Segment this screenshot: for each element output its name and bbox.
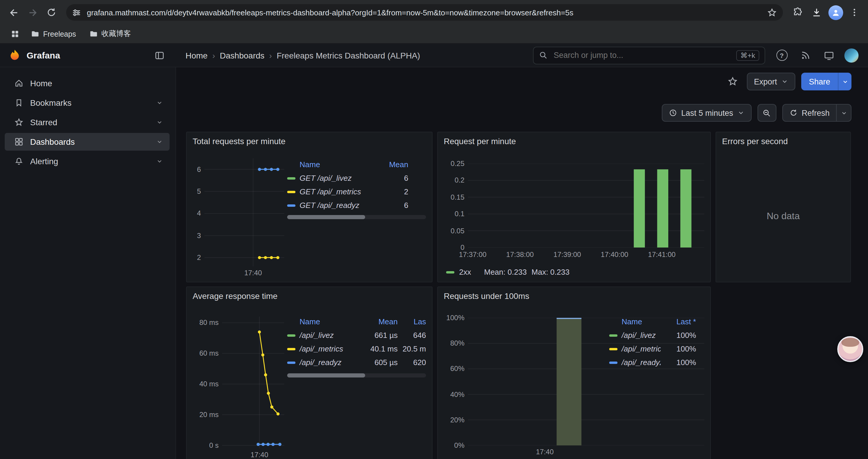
refresh-label: Refresh (802, 108, 830, 117)
legend-row: GET /api/_readyz 6 (287, 198, 408, 212)
refresh-icon (789, 109, 797, 117)
sidebar-item-starred[interactable]: Starred (5, 113, 169, 131)
help-button[interactable] (773, 47, 790, 64)
sidebar-item-label: Home (30, 78, 52, 88)
news-button[interactable] (797, 47, 814, 64)
legend-header-name[interactable]: Name (287, 317, 360, 326)
zoom-out-button[interactable] (757, 104, 776, 122)
browser-menu-button[interactable] (845, 4, 863, 21)
refresh-interval-button[interactable] (836, 104, 851, 121)
series-name: /api/_livez (622, 331, 656, 340)
time-range-button[interactable]: Last 5 minutes (662, 104, 752, 122)
bookmark-freeleaps[interactable]: Freeleaps (26, 28, 81, 40)
breadcrumb-current: Freeleaps Metrics Dashboard (ALPHA) (277, 51, 420, 60)
series-last: 20.5 m (398, 345, 426, 353)
extensions-button[interactable] (789, 4, 807, 21)
back-button[interactable] (5, 4, 23, 21)
monitor-icon[interactable] (821, 47, 837, 64)
sidebar-item-dashboards[interactable]: Dashboards (5, 133, 169, 151)
legend-scrollbar[interactable] (287, 373, 426, 378)
search-box[interactable]: ⌘+k (533, 46, 765, 64)
legend-row: /api/_livez 100% (609, 328, 696, 342)
series-name: /api/_metrics (300, 345, 343, 353)
legend-header-mean[interactable]: Mean (360, 317, 398, 326)
series-mean: 605 µs (360, 358, 398, 367)
series-mean: 40.1 ms (360, 345, 398, 353)
export-button[interactable]: Export (747, 73, 795, 90)
series-name: /api/_readyz (622, 358, 660, 367)
legend-table: Name Mean GET /api/_livez 6 GET /api/_me… (287, 157, 408, 212)
help-icon (776, 50, 787, 61)
reload-button[interactable] (42, 4, 60, 21)
no-data-message: No data (716, 150, 850, 282)
apps-icon (14, 137, 24, 146)
time-controls: Last 5 minutes Refresh (176, 104, 868, 122)
legend-header-name[interactable]: Name (609, 317, 660, 326)
series-last: 100% (660, 345, 696, 353)
search-input[interactable] (553, 50, 732, 60)
sidebar-item-alerting[interactable]: Alerting (5, 153, 169, 170)
site-settings-icon[interactable] (72, 8, 81, 17)
bookmark-star-icon[interactable] (767, 7, 777, 18)
series-color-swatch (287, 191, 296, 193)
sidebar-item-label: Dashboards (30, 137, 75, 146)
grafana-logo[interactable] (8, 49, 21, 62)
series-mean: 661 µs (360, 331, 398, 340)
legend-header-last[interactable]: Last * (660, 317, 696, 326)
series-name[interactable]: 2xx (459, 268, 471, 276)
breadcrumb-home[interactable]: Home (186, 51, 208, 60)
folder-icon (31, 30, 39, 38)
bookmark-icon (14, 98, 24, 107)
assistant-avatar[interactable] (837, 336, 863, 362)
legend-row: /api/_livez 661 µs 646 (287, 328, 426, 342)
sidebar-item-home[interactable]: Home (5, 74, 169, 92)
user-avatar[interactable] (844, 48, 859, 62)
apps-grid-button[interactable] (7, 26, 23, 42)
downloads-button[interactable] (808, 4, 826, 21)
series-last: 100% (660, 358, 696, 367)
series-color-swatch (287, 348, 296, 350)
url-bar[interactable] (66, 4, 783, 21)
series-last: 100% (660, 331, 696, 340)
bar-chart-request-per-minute: 0.250.20.150.10.05017:37:0017:38:0017:39… (438, 132, 710, 282)
legend-header-last[interactable]: Las (398, 317, 426, 326)
sidebar-item-label: Alerting (30, 157, 58, 166)
legend-table: Name Mean Las /api/_livez 661 µs 646 /ap… (287, 314, 426, 369)
share-button[interactable]: Share (801, 73, 838, 90)
profile-avatar (828, 5, 843, 20)
panel-title: Errors per second (722, 136, 788, 146)
series-name: GET /api/_livez (300, 174, 351, 183)
series-color-swatch (287, 334, 296, 336)
profile-button[interactable] (827, 4, 844, 21)
share-menu-button[interactable] (838, 73, 851, 90)
url-input[interactable] (86, 7, 762, 18)
screen: Freeleaps 收藏博客 Grafana (0, 0, 868, 459)
legend-row: /api/_readyz 605 µs 620 (287, 356, 426, 369)
chevron-down-icon (155, 118, 164, 126)
bar-chart-requests-under-100ms: 100%80%60%40%20%0%17:40 (438, 287, 710, 459)
refresh-button[interactable]: Refresh (783, 104, 836, 121)
dashboard-canvas: Total requests per minute 6543217:40 Nam… (176, 132, 868, 459)
legend-header-mean[interactable]: Mean (373, 160, 408, 169)
series-color-swatch (446, 271, 454, 273)
forward-button[interactable] (24, 4, 41, 21)
legend-header-name[interactable]: Name (287, 160, 373, 169)
chevron-down-icon (781, 78, 788, 85)
refresh-button-group: Refresh (782, 104, 851, 122)
panel-average-response-time: Average response time 80 ms60 ms40 ms20 … (186, 287, 433, 459)
series-name: GET /api/_metrics (300, 187, 361, 196)
series-last: 646 (398, 331, 426, 340)
export-label: Export (754, 77, 777, 86)
dock-menu-button[interactable] (151, 47, 168, 64)
sidebar-item-bookmarks[interactable]: Bookmarks (5, 94, 169, 112)
breadcrumb: Home Dashboards Freeleaps Metrics Dashbo… (186, 51, 420, 60)
home-icon (14, 78, 24, 88)
panel-errors-per-second: Errors per second No data (716, 132, 851, 282)
series-mean: 2 (373, 187, 408, 196)
breadcrumb-dashboards[interactable]: Dashboards (220, 51, 265, 60)
bookmark-blog[interactable]: 收藏博客 (84, 27, 135, 41)
legend-row: /api/_metrics 100% (609, 342, 696, 356)
legend-scrollbar[interactable] (287, 215, 426, 219)
bookmarks-bar: Freeleaps 收藏博客 (0, 25, 868, 44)
favorite-star-button[interactable] (724, 73, 741, 90)
